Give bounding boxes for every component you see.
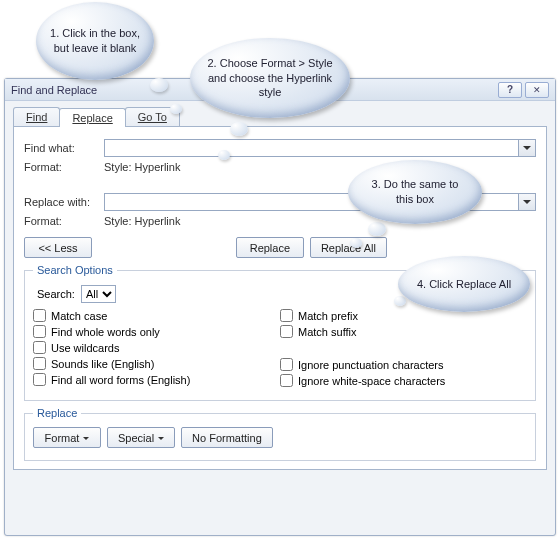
replace-all-button-label: Replace All	[321, 242, 376, 254]
close-button[interactable]	[525, 82, 549, 98]
match-prefix-label: Match prefix	[298, 310, 358, 322]
match-case-check[interactable]: Match case	[33, 309, 280, 322]
find-what-label: Find what:	[24, 142, 104, 154]
match-prefix-check[interactable]: Match prefix	[280, 309, 527, 322]
word-forms-check[interactable]: Find all word forms (English)	[33, 373, 280, 386]
ignore-punct-label: Ignore punctuation characters	[298, 359, 444, 371]
callout-4-text: 4. Click Replace All	[417, 277, 511, 292]
replace-section-group: Replace Format Special No Formatting	[24, 407, 536, 461]
callout-3-tail	[368, 222, 386, 236]
match-case-label: Match case	[51, 310, 107, 322]
search-direction-select[interactable]: All	[81, 285, 116, 303]
tab-replace-label: Replace	[72, 112, 112, 124]
sounds-like-label: Sounds like (English)	[51, 358, 154, 370]
special-menu-button[interactable]: Special	[107, 427, 175, 448]
less-button-label: << Less	[38, 242, 77, 254]
match-suffix-check[interactable]: Match suffix	[280, 325, 527, 338]
replace-with-label: Replace with:	[24, 196, 104, 208]
replace-format-value: Style: Hyperlink	[104, 215, 180, 227]
find-what-dropdown[interactable]	[519, 139, 536, 157]
tab-find-label: Find	[26, 111, 47, 123]
callout-4-tail	[394, 296, 406, 306]
caret-down-icon	[158, 437, 164, 443]
callout-2-tail2	[218, 150, 230, 160]
replace-section-legend: Replace	[33, 407, 81, 419]
callout-2-text: 2. Choose Format > Style and choose the …	[204, 56, 336, 101]
whole-words-check[interactable]: Find whole words only	[33, 325, 280, 338]
format-menu-button[interactable]: Format	[33, 427, 101, 448]
replace-format-label: Format:	[24, 215, 104, 227]
wildcards-check[interactable]: Use wildcards	[33, 341, 280, 354]
callout-1-text: 1. Click in the box, but leave it blank	[50, 26, 140, 56]
callout-3-text: 3. Do the same to this box	[362, 177, 468, 207]
word-forms-label: Find all word forms (English)	[51, 374, 190, 386]
less-button[interactable]: << Less	[24, 237, 92, 258]
callout-2-tail	[230, 122, 248, 136]
replace-button[interactable]: Replace	[236, 237, 304, 258]
no-formatting-label: No Formatting	[192, 432, 262, 444]
help-button[interactable]	[498, 82, 522, 98]
replace-all-button[interactable]: Replace All	[310, 237, 387, 258]
tab-goto-label: Go To	[138, 111, 167, 123]
caret-down-icon	[83, 437, 89, 443]
wildcards-label: Use wildcards	[51, 342, 119, 354]
tab-replace[interactable]: Replace	[59, 108, 125, 127]
callout-1-tail	[150, 78, 168, 92]
find-what-input[interactable]	[104, 139, 519, 157]
callout-2: 2. Choose Format > Style and choose the …	[190, 38, 350, 118]
replace-button-label: Replace	[250, 242, 290, 254]
replace-with-dropdown[interactable]	[519, 193, 536, 211]
format-menu-label: Format	[45, 432, 80, 444]
special-menu-label: Special	[118, 432, 154, 444]
sounds-like-check[interactable]: Sounds like (English)	[33, 357, 280, 370]
no-formatting-button[interactable]: No Formatting	[181, 427, 273, 448]
callout-1: 1. Click in the box, but leave it blank	[36, 2, 154, 80]
search-label: Search:	[37, 288, 75, 300]
whole-words-label: Find whole words only	[51, 326, 160, 338]
callout-3: 3. Do the same to this box	[348, 160, 482, 224]
tab-find[interactable]: Find	[13, 107, 60, 126]
match-suffix-label: Match suffix	[298, 326, 357, 338]
ignore-white-check[interactable]: Ignore white-space characters	[280, 374, 527, 387]
find-format-label: Format:	[24, 161, 104, 173]
callout-3-tail2	[350, 238, 362, 248]
search-options-legend: Search Options	[33, 264, 117, 276]
callout-1-tail2	[170, 104, 182, 114]
callout-4: 4. Click Replace All	[398, 256, 530, 312]
ignore-punct-check[interactable]: Ignore punctuation characters	[280, 358, 527, 371]
ignore-white-label: Ignore white-space characters	[298, 375, 445, 387]
find-format-value: Style: Hyperlink	[104, 161, 180, 173]
